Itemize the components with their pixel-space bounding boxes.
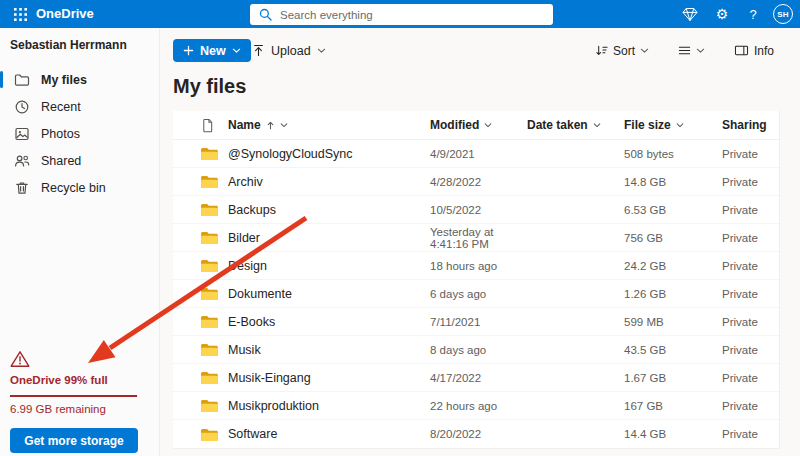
sort-icon [595,44,608,57]
chevron-down-icon [696,48,705,54]
file-sharing: Private [722,232,779,244]
sidebar-item-photos[interactable]: Photos [0,120,159,147]
storage-status: OneDrive 99% full 6.99 GB remaining Get … [10,350,138,453]
file-name[interactable]: Bilder [228,231,430,245]
file-name[interactable]: Musik-Eingang [228,371,430,385]
sidebar-item-recent[interactable]: Recent [0,93,159,120]
sidebar-item-shared[interactable]: Shared [0,147,159,174]
folder-icon [173,146,228,161]
folder-icon [173,286,228,301]
table-row[interactable]: Musikproduktion 22 hours ago 167 GB Priv… [173,392,779,420]
column-header-file-size[interactable]: File size [624,118,722,132]
file-modified: 22 hours ago [430,400,527,412]
sidebar-item-label: Recycle bin [41,181,106,195]
file-size: 599 MB [624,316,722,328]
folder-icon [173,258,228,273]
folder-icon [173,314,228,329]
table-row[interactable]: Backups 10/5/2022 6.53 GB Private [173,196,779,224]
column-label: Name [228,118,261,132]
file-name[interactable]: Software [228,427,430,441]
chevron-down-icon [484,123,492,128]
recycle-bin-icon [14,180,30,196]
table-row[interactable]: E-Books 7/11/2021 599 MB Private [173,308,779,336]
sidebar-item-label: My files [41,73,87,87]
app-launcher-icon[interactable] [6,0,34,28]
onedrive-logo[interactable]: OneDrive [36,0,94,28]
table-row[interactable]: Musik-Eingang 4/17/2022 1.67 GB Private [173,364,779,392]
file-sharing: Private [722,176,779,188]
file-size: 1.26 GB [624,288,722,300]
column-header-sharing[interactable]: Sharing [722,118,779,132]
file-modified: 4/17/2022 [430,372,527,384]
search-input[interactable] [250,4,553,25]
file-modified: 4/28/2022 [430,176,527,188]
column-label: Modified [430,118,479,132]
file-name[interactable]: Backups [228,203,430,217]
upload-button-label: Upload [271,44,311,58]
file-size: 14.8 GB [624,176,722,188]
file-name[interactable]: @SynologyCloudSync [228,147,430,161]
file-name[interactable]: E-Books [228,315,430,329]
table-row[interactable]: Archiv 4/28/2022 14.8 GB Private [173,168,779,196]
upload-button[interactable]: Upload [246,39,332,62]
document-icon [201,118,214,133]
file-size: 756 GB [624,232,722,244]
view-options-button[interactable] [672,43,711,58]
sort-button[interactable]: Sort [589,43,655,59]
file-size: 43.5 GB [624,344,722,356]
file-modified: 4/9/2021 [430,148,527,160]
sidebar-item-label: Photos [41,127,80,141]
table-row[interactable]: Dokumente 6 days ago 1.26 GB Private [173,280,779,308]
file-modified: 7/11/2021 [430,316,527,328]
table-row[interactable]: Software 8/20/2022 14.4 GB Private [173,420,779,448]
file-sharing: Private [722,204,779,216]
table-row[interactable]: Bilder Yesterday at 4:41:16 PM 756 GB Pr… [173,224,779,252]
user-name: Sebastian Herrmann [10,38,127,52]
column-label: File size [624,118,671,132]
new-button[interactable]: New [173,39,251,62]
file-sharing: Private [722,400,779,412]
file-name[interactable]: Dokumente [228,287,430,301]
help-icon[interactable]: ? [740,0,766,28]
settings-gear-icon[interactable]: ⚙ [709,0,735,28]
premium-diamond-icon[interactable] [677,0,703,28]
info-button[interactable]: Info [728,43,780,59]
column-header-name[interactable]: Name [228,118,430,132]
file-name[interactable]: Design [228,259,430,273]
file-sharing: Private [722,288,779,300]
info-button-label: Info [754,44,774,58]
table-row[interactable]: Musik 8 days ago 43.5 GB Private [173,336,779,364]
sidebar-item-label: Recent [41,100,81,114]
top-app-bar: OneDrive ⚙ ? SH [0,0,800,28]
column-header-date-taken[interactable]: Date taken [527,118,624,132]
file-name[interactable]: Archiv [228,175,430,189]
plus-icon [183,45,194,56]
page-title: My files [173,75,246,98]
sidebar-item-recycle-bin[interactable]: Recycle bin [0,174,159,201]
view-command-group: Sort Info [589,39,780,62]
file-size: 6.53 GB [624,204,722,216]
clock-icon [14,99,30,115]
get-more-storage-button[interactable]: Get more storage [10,428,138,453]
onedrive-window: OneDrive ⚙ ? SH Sebastian Herrmann My fi [0,0,800,456]
upload-icon [252,44,265,57]
sidebar-item-my-files[interactable]: My files [0,66,159,93]
storage-remaining-text: 6.99 GB remaining [10,403,138,415]
account-avatar[interactable]: SH [773,4,793,24]
file-size: 1.67 GB [624,372,722,384]
storage-progress-fill [10,395,137,397]
table-row[interactable]: Design 18 hours ago 24.2 GB Private [173,252,779,280]
file-sharing: Private [722,260,779,272]
folder-icon [173,174,228,189]
file-size: 508 bytes [624,148,722,160]
folder-icon [173,202,228,217]
chevron-down-icon [593,123,601,128]
file-name[interactable]: Musik [228,343,430,357]
file-modified: Yesterday at 4:41:16 PM [430,226,527,250]
table-row[interactable]: @SynologyCloudSync 4/9/2021 508 bytes Pr… [173,140,779,168]
file-list: @SynologyCloudSync 4/9/2021 508 bytes Pr… [173,140,779,448]
file-modified: 8 days ago [430,344,527,356]
folder-icon [173,230,228,245]
file-name[interactable]: Musikproduktion [228,399,430,413]
column-header-modified[interactable]: Modified [430,118,527,132]
